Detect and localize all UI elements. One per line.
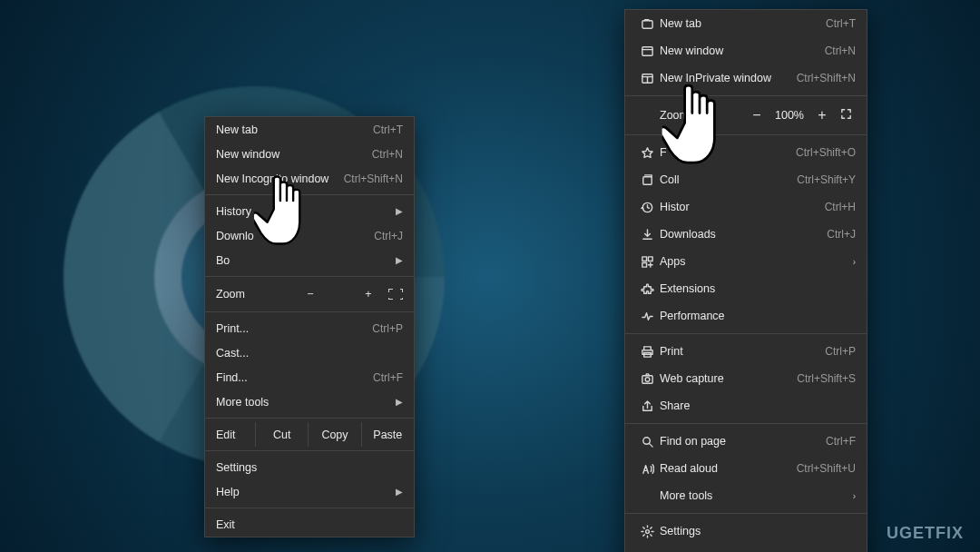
zoom-percent: 100% bbox=[769, 109, 810, 122]
menu-item-find[interactable]: Find on page Ctrl+F bbox=[625, 428, 867, 455]
menu-item-apps[interactable]: Apps › bbox=[625, 248, 867, 275]
chevron-right-icon: ▶ bbox=[396, 397, 403, 407]
svg-rect-7 bbox=[642, 262, 646, 267]
chrome-context-menu: New tab Ctrl+T New window Ctrl+N New Inc… bbox=[204, 116, 415, 537]
menu-item-web-capture[interactable]: Web capture Ctrl+Shift+S bbox=[625, 365, 867, 392]
separator bbox=[205, 276, 414, 277]
search-icon bbox=[634, 435, 660, 448]
svg-rect-3 bbox=[642, 176, 651, 183]
menu-item-extensions[interactable]: Extensions bbox=[625, 275, 867, 302]
fullscreen-icon[interactable] bbox=[834, 107, 858, 123]
menu-shortcut: Ctrl+Shift+N bbox=[797, 72, 856, 84]
chevron-right-icon: ▶ bbox=[396, 206, 403, 216]
menu-item-help[interactable]: Help and feedback › bbox=[625, 545, 867, 552]
menu-shortcut: Ctrl+F bbox=[826, 435, 856, 448]
menu-item-downloads[interactable]: Downlo Ctrl+J bbox=[205, 223, 414, 248]
menu-item-new-tab[interactable]: New tab Ctrl+T bbox=[205, 117, 414, 142]
chevron-right-icon: ▶ bbox=[396, 487, 403, 497]
menu-label: Print... bbox=[216, 322, 363, 335]
history-icon bbox=[634, 201, 660, 214]
apps-icon bbox=[634, 255, 660, 269]
tab-icon bbox=[634, 17, 660, 31]
menu-item-history[interactable]: Histor Ctrl+H bbox=[625, 193, 867, 221]
menu-item-new-tab[interactable]: New tab Ctrl+T bbox=[625, 10, 867, 37]
menu-label: Find... bbox=[216, 371, 364, 384]
menu-shortcut: Ctrl+Shift+U bbox=[797, 462, 856, 475]
svg-rect-5 bbox=[642, 256, 646, 261]
print-icon bbox=[634, 345, 660, 359]
menu-item-settings[interactable]: Settings bbox=[205, 455, 414, 479]
menu-item-new-window[interactable]: New window Ctrl+N bbox=[625, 37, 867, 64]
separator bbox=[625, 95, 867, 96]
menu-label: Bo bbox=[216, 254, 388, 267]
menu-item-read-aloud[interactable]: Read aloud Ctrl+Shift+U bbox=[625, 455, 867, 482]
inprivate-icon bbox=[634, 72, 660, 85]
zoom-out-button[interactable]: − bbox=[299, 288, 321, 301]
menu-item-settings[interactable]: Settings bbox=[625, 518, 867, 545]
menu-item-print[interactable]: Print Ctrl+P bbox=[625, 338, 867, 365]
menu-label: Exit bbox=[216, 518, 403, 531]
menu-shortcut: Ctrl+N bbox=[372, 148, 403, 161]
edit-label: Edit bbox=[205, 422, 256, 447]
menu-item-collections[interactable]: Coll Ctrl+Shift+Y bbox=[625, 166, 867, 193]
separator bbox=[625, 333, 867, 334]
paste-button[interactable]: Paste bbox=[362, 422, 414, 447]
menu-item-cast[interactable]: Cast... bbox=[205, 340, 414, 365]
zoom-label: Zoom bbox=[216, 288, 245, 301]
zoom-in-button[interactable]: + bbox=[358, 288, 379, 301]
menu-label: Settings bbox=[216, 461, 403, 474]
menu-label: Histor bbox=[660, 201, 816, 213]
edge-context-menu: New tab Ctrl+T New window Ctrl+N New InP… bbox=[624, 9, 867, 552]
watermark: UGETFIX bbox=[887, 524, 964, 543]
menu-shortcut: Ctrl+J bbox=[827, 228, 856, 241]
copy-button[interactable]: Copy bbox=[309, 422, 361, 447]
menu-item-zoom: Zoom − + bbox=[205, 281, 414, 308]
zoom-in-button[interactable]: + bbox=[810, 107, 834, 123]
separator bbox=[205, 311, 414, 312]
menu-item-exit[interactable]: Exit bbox=[205, 512, 414, 537]
menu-label: New Incognito window bbox=[216, 172, 335, 185]
svg-rect-1 bbox=[642, 46, 652, 54]
separator bbox=[625, 134, 867, 135]
chevron-right-icon: › bbox=[853, 491, 856, 501]
menu-item-help[interactable]: Help ▶ bbox=[205, 479, 414, 504]
menu-item-new-window[interactable]: New window Ctrl+N bbox=[205, 142, 414, 166]
chevron-right-icon: ▶ bbox=[396, 255, 403, 265]
fullscreen-icon[interactable] bbox=[388, 289, 403, 300]
read-aloud-icon bbox=[634, 462, 660, 476]
menu-item-favorites[interactable]: F Ctrl+Shift+O bbox=[625, 139, 867, 166]
menu-item-more-tools[interactable]: More tools › bbox=[625, 482, 867, 509]
share-icon bbox=[634, 399, 660, 413]
svg-rect-6 bbox=[648, 256, 652, 261]
separator bbox=[205, 194, 414, 195]
menu-item-share[interactable]: Share bbox=[625, 392, 867, 419]
menu-item-history[interactable]: History ▶ bbox=[205, 199, 414, 223]
menu-item-performance[interactable]: Performance bbox=[625, 302, 867, 330]
menu-label: New window bbox=[216, 148, 363, 161]
menu-label: New tab bbox=[216, 123, 364, 136]
menu-item-bookmarks[interactable]: Bo ▶ bbox=[205, 248, 414, 272]
menu-item-more-tools[interactable]: More tools ▶ bbox=[205, 389, 414, 414]
gear-icon bbox=[634, 525, 660, 538]
menu-shortcut: Ctrl+T bbox=[373, 123, 403, 136]
menu-item-new-inprivate[interactable]: New InPrivate window Ctrl+Shift+N bbox=[625, 64, 867, 92]
collections-icon bbox=[634, 173, 660, 187]
menu-label: New window bbox=[660, 44, 816, 57]
menu-label: History bbox=[216, 205, 388, 218]
zoom-out-button[interactable]: − bbox=[745, 107, 769, 123]
menu-shortcut: Ctrl+Shift+O bbox=[796, 146, 856, 159]
menu-label: Print bbox=[660, 345, 816, 358]
star-icon bbox=[634, 146, 660, 160]
menu-shortcut: Ctrl+J bbox=[374, 230, 403, 242]
menu-label: Extensions bbox=[660, 282, 856, 295]
menu-item-print[interactable]: Print... Ctrl+P bbox=[205, 316, 414, 340]
menu-item-edit-row: Edit Cut Copy Paste bbox=[205, 422, 414, 447]
menu-item-new-incognito[interactable]: New Incognito window Ctrl+Shift+N bbox=[205, 166, 414, 191]
menu-item-find[interactable]: Find... Ctrl+F bbox=[205, 365, 414, 389]
menu-label: Read aloud bbox=[660, 462, 788, 475]
cut-button[interactable]: Cut bbox=[256, 422, 309, 447]
chevron-right-icon: › bbox=[853, 257, 856, 267]
menu-label: Find on page bbox=[660, 435, 817, 448]
menu-shortcut: Ctrl+Shift+S bbox=[797, 372, 856, 385]
menu-item-downloads[interactable]: Downloads Ctrl+J bbox=[625, 221, 867, 248]
